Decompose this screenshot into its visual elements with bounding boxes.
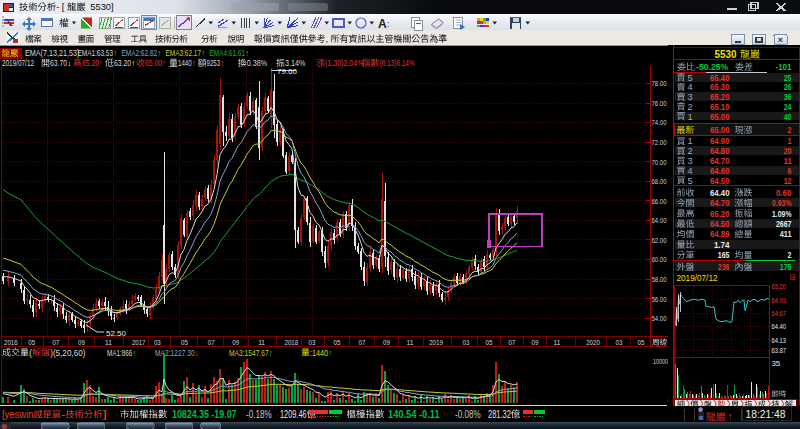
svg-text:72.00: 72.00: [652, 138, 667, 147]
svg-text:11: 11: [258, 338, 265, 347]
svg-text:9253: 9253: [207, 58, 221, 68]
svg-text:↑: ↑: [245, 48, 250, 58]
svg-text:64.40: 64.40: [710, 188, 730, 198]
svg-text:4: 4: [688, 166, 693, 176]
svg-text:↓: ↓: [67, 58, 72, 68]
svg-text:65.20: 65.20: [710, 92, 730, 102]
svg-text:03: 03: [309, 338, 316, 347]
svg-text:65.10: 65.10: [710, 102, 730, 112]
svg-text:2: 2: [688, 102, 693, 112]
svg-text:65.20↑: 65.20↑: [82, 58, 102, 68]
svg-text:281.32: 281.32: [488, 409, 511, 420]
svg-text:MA1:866: MA1:866: [107, 348, 132, 358]
svg-text:54.00: 54.00: [652, 314, 667, 323]
svg-text:78.00: 78.00: [652, 79, 667, 88]
svg-text:20: 20: [784, 146, 792, 156]
svg-text:11: 11: [784, 156, 792, 166]
svg-text:5: 5: [688, 73, 693, 83]
svg-text:64.93: 64.93: [772, 296, 787, 305]
svg-text:A: A: [378, 17, 387, 31]
svg-text:62.00: 62.00: [652, 236, 667, 245]
svg-text:63.70: 63.70: [50, 58, 67, 68]
svg-text:-101: -101: [776, 62, 792, 72]
svg-text:MA2:1227.30: MA2:1227.30: [155, 348, 195, 358]
svg-text:,: ,: [326, 33, 329, 44]
svg-text:03: 03: [154, 338, 161, 347]
svg-text:11: 11: [105, 338, 112, 347]
svg-text:165: 165: [718, 250, 730, 260]
svg-text:76.00: 76.00: [652, 99, 667, 108]
svg-text:↑: ↑: [201, 48, 206, 58]
svg-text:63.20: 63.20: [114, 58, 131, 68]
svg-text:18:21:48: 18:21:48: [746, 408, 786, 420]
svg-text:EMA4:61.61: EMA4:61.61: [210, 48, 246, 58]
svg-text:2020: 2020: [586, 338, 600, 347]
svg-text:5530]: 5530]: [90, 2, 113, 12]
svg-text:07: 07: [208, 338, 215, 347]
svg-text:65.30: 65.30: [710, 82, 730, 92]
svg-text:2017: 2017: [132, 338, 146, 347]
svg-text:MA3:1547.67: MA3:1547.67: [229, 348, 269, 358]
svg-text:236: 236: [718, 262, 730, 272]
svg-text:09: 09: [383, 338, 390, 347]
svg-text:64.40: 64.40: [772, 322, 787, 331]
svg-text:↑: ↑: [132, 348, 137, 358]
svg-text:03: 03: [463, 338, 470, 347]
svg-text:5: 5: [688, 176, 693, 186]
svg-text:0.93%: 0.93%: [772, 198, 792, 208]
svg-text:[yeswin: [yeswin: [2, 409, 34, 420]
svg-text:07: 07: [509, 338, 516, 347]
svg-text:2667: 2667: [776, 219, 792, 229]
svg-text:-0.08%: -0.08%: [455, 409, 481, 420]
svg-text:05: 05: [334, 338, 341, 347]
svg-text:2018: 2018: [285, 338, 299, 347]
svg-text:03: 03: [616, 338, 623, 347]
svg-text:↑: ↑: [728, 410, 734, 422]
svg-text:64.80: 64.80: [710, 146, 730, 156]
svg-text:10000: 10000: [653, 357, 668, 366]
svg-text:1: 1: [688, 112, 693, 122]
svg-text:0.60: 0.60: [776, 188, 792, 198]
svg-text:09: 09: [78, 338, 85, 347]
svg-text:140.54 -0.11: 140.54 -0.11: [388, 409, 440, 420]
svg-text:↑: ↑: [192, 58, 197, 68]
svg-text:07: 07: [53, 338, 60, 347]
svg-text:4: 4: [688, 82, 693, 92]
svg-text:68.00: 68.00: [652, 177, 667, 186]
svg-text:64.67: 64.67: [772, 309, 787, 318]
svg-text:12: 12: [784, 176, 792, 186]
svg-text:EMA2:62.82: EMA2:62.82: [122, 48, 158, 58]
svg-text:5530: 5530: [715, 49, 737, 60]
svg-text:70.00: 70.00: [652, 158, 667, 167]
svg-text:EMA1:63.53: EMA1:63.53: [78, 48, 114, 58]
svg-text:64.60: 64.60: [710, 166, 730, 176]
svg-text:3: 3: [688, 92, 693, 102]
svg-text:1.74: 1.74: [714, 240, 730, 250]
svg-text:- [: - [: [56, 2, 65, 12]
svg-text:74.00: 74.00: [652, 118, 667, 127]
svg-text:↑: ↑: [269, 348, 274, 358]
svg-text:]: ]: [102, 409, 107, 420]
svg-text:09: 09: [532, 338, 539, 347]
svg-text:65.40: 65.40: [710, 73, 730, 83]
svg-text:64.70: 64.70: [710, 156, 730, 166]
svg-text:2: 2: [788, 125, 792, 135]
svg-text:-50.25%: -50.25%: [696, 62, 728, 72]
svg-text:26: 26: [784, 82, 792, 92]
svg-text:EMA3:62.17: EMA3:62.17: [166, 48, 202, 58]
svg-text:65.20: 65.20: [772, 282, 787, 291]
svg-text:25: 25: [784, 73, 792, 83]
svg-text:05: 05: [486, 338, 493, 347]
svg-text:65.00: 65.00: [710, 112, 730, 122]
svg-text:64.90: 64.90: [710, 136, 730, 146]
svg-text:1: 1: [788, 136, 792, 146]
svg-text:64.50: 64.50: [710, 176, 730, 186]
svg-text:24: 24: [784, 102, 792, 112]
svg-text:10824.35 -19.07: 10824.35 -19.07: [172, 409, 237, 420]
svg-text:-0.18%: -0.18%: [246, 409, 272, 420]
svg-text:63.87: 63.87: [772, 346, 787, 355]
svg-text:05: 05: [181, 338, 188, 347]
svg-text:↓: ↓: [195, 348, 200, 358]
svg-text:66.00: 66.00: [652, 197, 667, 206]
svg-text:(8.13)6.14%: (8.13)6.14%: [380, 58, 415, 68]
